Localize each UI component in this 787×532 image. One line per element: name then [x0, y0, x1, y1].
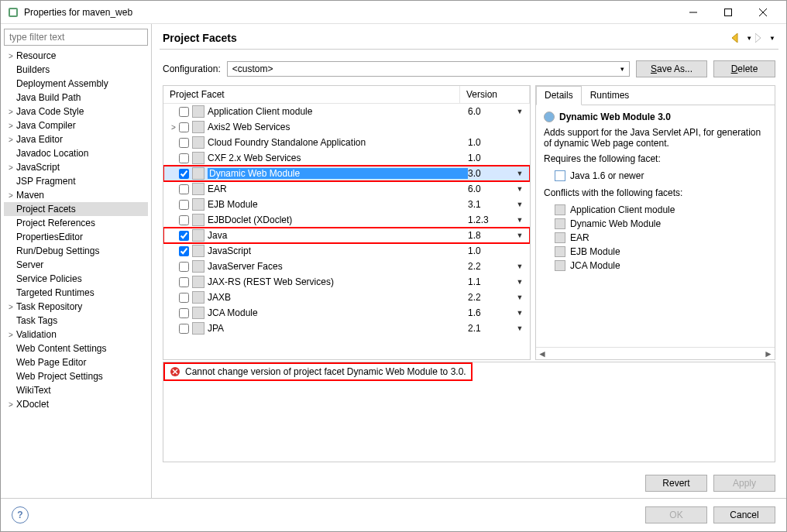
facet-checkbox[interactable]: [179, 246, 189, 256]
window-title: Properties for maven_web: [24, 7, 675, 18]
minimize-button[interactable]: [675, 2, 710, 23]
cancel-button[interactable]: Cancel: [713, 506, 775, 523]
facet-row[interactable]: >Axis2 Web Services: [163, 119, 530, 135]
apply-button[interactable]: Apply: [713, 475, 775, 492]
tree-item[interactable]: WikiText: [4, 383, 148, 397]
revert-button[interactable]: Revert: [645, 475, 707, 492]
facet-row[interactable]: JCA Module1.6▼: [163, 305, 530, 321]
facet-name: Dynamic Web Module: [208, 168, 468, 179]
tree-item[interactable]: >Validation: [4, 328, 148, 342]
facet-row[interactable]: JavaServer Faces2.2▼: [163, 259, 530, 274]
facet-checkbox[interactable]: [179, 138, 189, 148]
maximize-button[interactable]: [710, 2, 745, 23]
tree-item[interactable]: JSP Fragment: [4, 174, 148, 188]
tree-item[interactable]: >JavaScript: [4, 160, 148, 174]
details-title: Dynamic Web Module 3.0: [559, 112, 671, 122]
facet-checkbox[interactable]: [179, 308, 189, 318]
facet-row[interactable]: Cloud Foundry Standalone Application1.0: [163, 135, 530, 150]
tree-item[interactable]: Deployment Assembly: [4, 77, 148, 91]
facet-checkbox[interactable]: [179, 293, 189, 303]
module-icon: [555, 218, 565, 229]
back-icon[interactable]: [732, 33, 743, 43]
tree-item[interactable]: Web Project Settings: [4, 369, 148, 383]
version-dropdown-icon[interactable]: ▼: [514, 108, 525, 115]
tree-item[interactable]: PropertiesEditor: [4, 230, 148, 244]
close-button[interactable]: [745, 2, 780, 23]
version-dropdown-icon[interactable]: ▼: [514, 324, 525, 332]
conflicts-label: Conflicts with the following facets:: [544, 187, 767, 198]
facet-checkbox[interactable]: [179, 262, 189, 272]
version-dropdown-icon[interactable]: ▼: [514, 293, 525, 301]
tree-item[interactable]: >Java Editor: [4, 132, 148, 146]
category-tree[interactable]: >ResourceBuildersDeployment AssemblyJava…: [4, 49, 148, 493]
facet-checkbox[interactable]: [179, 215, 189, 225]
tree-item[interactable]: >Maven: [4, 188, 148, 202]
tree-item[interactable]: Project Facets: [4, 202, 148, 216]
tree-item[interactable]: >Task Repository: [4, 300, 148, 314]
tree-item[interactable]: Service Policies: [4, 272, 148, 286]
facet-checkbox[interactable]: [179, 122, 189, 132]
forward-menu-icon[interactable]: ▼: [769, 35, 775, 42]
facet-row[interactable]: JAXB2.2▼: [163, 290, 530, 305]
facet-row[interactable]: CXF 2.x Web Services1.0: [163, 150, 530, 166]
facet-row[interactable]: Application Client module6.0▼: [163, 104, 530, 119]
version-dropdown-icon[interactable]: ▼: [514, 232, 525, 239]
tree-item[interactable]: Web Page Editor: [4, 355, 148, 369]
tree-item[interactable]: >Resource: [4, 49, 148, 63]
facet-checkbox[interactable]: [179, 184, 189, 194]
facet-checkbox[interactable]: [179, 153, 189, 163]
facet-row[interactable]: EJBDoclet (XDoclet)1.2.3▼: [163, 212, 530, 228]
facet-row[interactable]: JAX-RS (REST Web Services)1.1▼: [163, 274, 530, 290]
forward-icon[interactable]: [755, 33, 766, 43]
version-dropdown-icon[interactable]: ▼: [514, 170, 525, 177]
tree-item[interactable]: Task Tags: [4, 314, 148, 328]
tree-item[interactable]: >Java Code Style: [4, 105, 148, 118]
back-menu-icon[interactable]: ▼: [746, 35, 752, 42]
facet-row[interactable]: EJB Module3.1▼: [163, 197, 530, 212]
tree-item[interactable]: Project References: [4, 216, 148, 230]
version-dropdown-icon[interactable]: ▼: [514, 309, 525, 317]
facet-icon: [192, 291, 204, 304]
version-dropdown-icon[interactable]: ▼: [514, 263, 525, 270]
facet-checkbox[interactable]: [179, 169, 189, 179]
version-dropdown-icon[interactable]: ▼: [514, 201, 525, 208]
facet-name: EJBDoclet (XDoclet): [208, 215, 468, 225]
tree-item[interactable]: Javadoc Location: [4, 146, 148, 160]
filter-input[interactable]: [4, 29, 148, 46]
facet-checkbox[interactable]: [179, 277, 189, 287]
tab-runtimes[interactable]: Runtimes: [582, 86, 638, 105]
ok-button[interactable]: OK: [645, 506, 707, 523]
configuration-combo[interactable]: <custom> ▾: [227, 61, 630, 77]
version-dropdown-icon[interactable]: ▼: [514, 216, 525, 224]
facet-row[interactable]: JavaScript1.0: [163, 243, 530, 259]
help-icon[interactable]: ?: [12, 506, 29, 523]
facet-icon: [192, 229, 204, 242]
facet-row[interactable]: JPA2.1▼: [163, 321, 530, 336]
col-version[interactable]: Version: [460, 86, 530, 103]
content-pane: Project Facets ▼ ▼ Configuration: <custo…: [152, 24, 786, 498]
tab-details[interactable]: Details: [536, 86, 582, 105]
tree-item[interactable]: >XDoclet: [4, 397, 148, 411]
facet-checkbox[interactable]: [179, 231, 189, 241]
tree-item[interactable]: Targeted Runtimes: [4, 286, 148, 300]
h-scrollbar[interactable]: ◄►: [536, 347, 775, 359]
save-as-button[interactable]: Save As...: [636, 60, 707, 77]
delete-button[interactable]: Delete: [713, 60, 775, 77]
tree-item[interactable]: Run/Debug Settings: [4, 244, 148, 258]
facet-name: JAXB: [208, 292, 468, 303]
version-dropdown-icon[interactable]: ▼: [514, 185, 525, 193]
facet-row[interactable]: Dynamic Web Module3.0▼: [163, 166, 530, 181]
facet-checkbox[interactable]: [179, 324, 189, 334]
tree-item[interactable]: Server: [4, 258, 148, 272]
version-dropdown-icon[interactable]: ▼: [514, 278, 525, 286]
tree-item[interactable]: Builders: [4, 63, 148, 77]
facet-checkbox[interactable]: [179, 200, 189, 210]
facet-row[interactable]: Java1.8▼: [163, 228, 530, 243]
facet-checkbox[interactable]: [179, 107, 189, 117]
tree-item[interactable]: Web Content Settings: [4, 342, 148, 355]
facet-row[interactable]: EAR6.0▼: [163, 181, 530, 197]
tree-item[interactable]: >Java Compiler: [4, 118, 148, 132]
tree-item[interactable]: Java Build Path: [4, 91, 148, 105]
col-facet[interactable]: Project Facet: [163, 86, 460, 103]
facet-icon: [192, 105, 204, 118]
